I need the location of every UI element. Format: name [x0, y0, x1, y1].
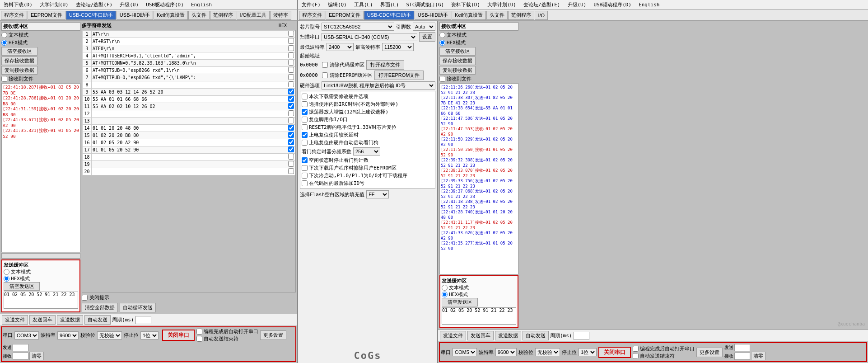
send-row-check-16[interactable] [288, 146, 294, 152]
right-recv-counter[interactable]: 21 [734, 353, 750, 360]
left-port-select[interactable]: COM3 [14, 331, 39, 339]
opt-5-check[interactable] [302, 132, 308, 138]
clear-eeprom-check[interactable] [322, 72, 328, 78]
send-row-input-16[interactable] [92, 147, 287, 153]
right-copy-recv-btn[interactable]: 复制接收数据 [439, 66, 476, 75]
send-row-check-2[interactable] [288, 45, 294, 51]
left-recv-counter[interactable]: 33 [13, 353, 28, 360]
right-text-mode-radio[interactable] [439, 32, 445, 38]
right-send-hex-radio[interactable] [442, 292, 448, 297]
left-send-counter[interactable]: 0 [13, 344, 28, 351]
toolbar-io-left[interactable]: I/O配置工具 [237, 11, 270, 20]
hardware-select[interactable]: Link1/U8W脱机 程序加密后传输 ID号 [322, 81, 435, 90]
right-send-counter[interactable]: 97 [734, 344, 750, 351]
right-prog-auto-check[interactable] [633, 346, 639, 352]
opt-3-check[interactable] [302, 117, 308, 123]
left-period-input[interactable]: 100 [135, 316, 151, 324]
menu-edit-right[interactable]: 编辑(Q) [324, 0, 350, 9]
open-eeprom-btn[interactable]: 打开EEPROM文件 [374, 71, 424, 80]
toolbar-example-left[interactable]: 范例程序 [210, 11, 236, 20]
send-row-input-11[interactable] [92, 111, 287, 117]
toolbar-io-right[interactable]: I/O [535, 11, 548, 20]
menu-english-left[interactable]: English [187, 1, 215, 9]
send-row-check-18[interactable] [288, 161, 294, 167]
toolbar-prog-file-left[interactable]: 程序文件 [1, 11, 27, 20]
send-row-check-8[interactable] [288, 89, 294, 94]
toolbar-baud-left[interactable]: 波特率 [270, 11, 291, 20]
right-auto-send-btn[interactable]: 自动发送 [523, 331, 549, 340]
send-row-check-10[interactable] [288, 103, 294, 109]
toolbar-header-right[interactable]: 头文件 [486, 11, 508, 20]
menu-usb-right[interactable]: USB驱动程序(D) [590, 0, 635, 9]
send-row-input-3[interactable] [92, 53, 287, 59]
left-send-text-radio[interactable] [4, 269, 9, 275]
send-row-check-17[interactable] [288, 154, 294, 160]
opt2-0-check[interactable] [302, 165, 308, 171]
toolbar-usb-hid-left[interactable]: USB-HID助手 [117, 11, 153, 20]
send-row-input-6[interactable] [92, 75, 287, 80]
left-auto-loop-btn[interactable]: 自动循环发送 [120, 303, 156, 312]
right-clear-send-btn[interactable]: 清空发送区 [442, 298, 478, 306]
send-row-check-5[interactable] [288, 67, 294, 73]
right-check-select[interactable]: 无校验 [535, 348, 560, 356]
send-row-input-0[interactable] [92, 31, 287, 37]
left-recv-scrollbar[interactable] [1, 253, 80, 259]
send-row-input-5[interactable] [92, 67, 287, 73]
toolbar-usb-hid-right[interactable]: USB-HID助手 [415, 11, 451, 20]
toolbar-eeprom-right[interactable]: EEPROM文件 [326, 11, 364, 20]
opt-1-check[interactable] [302, 101, 308, 107]
open-prog-btn[interactable]: 打开程序文件 [366, 60, 404, 70]
send-row-input-1[interactable] [92, 38, 287, 44]
left-send-return-btn[interactable]: 发送回车 [29, 315, 56, 325]
send-row-check-6[interactable] [288, 74, 294, 80]
right-send-file-btn[interactable]: 发送文件 [440, 331, 466, 340]
right-save-recv-btn[interactable]: 保存接收数据 [439, 57, 476, 65]
menu-stc-right[interactable]: STC调试接口(G) [403, 0, 448, 9]
left-copy-recv-btn[interactable]: 复制接收数据 [1, 66, 37, 75]
right-baud-select[interactable]: 9600 [495, 348, 517, 356]
left-save-recv-btn[interactable]: 保存接收数据 [1, 57, 37, 65]
send-row-input-9[interactable] [92, 96, 287, 102]
send-row-check-12[interactable] [288, 118, 294, 123]
min-baud-select[interactable]: 2400 [327, 43, 354, 51]
send-row-check-9[interactable] [288, 96, 294, 102]
opt-6-check[interactable] [302, 140, 308, 146]
opt-0-check[interactable] [302, 94, 308, 99]
left-prog-auto-check[interactable] [196, 329, 202, 335]
toolbar-prog-right[interactable]: 程序文件 [299, 11, 325, 20]
send-row-input-2[interactable] [92, 46, 287, 52]
send-row-check-3[interactable] [288, 52, 294, 58]
right-send-data-btn[interactable]: 发送数据 [495, 331, 521, 340]
left-baud-select[interactable]: 9600 [57, 331, 79, 339]
send-row-check-0[interactable] [288, 31, 294, 37]
toolbar-example-right[interactable]: 范例程序 [508, 11, 534, 20]
right-hex-mode-radio[interactable] [439, 40, 445, 46]
toolbar-header-left[interactable]: 头文件 [188, 11, 210, 20]
send-row-input-10[interactable] [92, 104, 287, 109]
settings-btn[interactable]: 设置 [419, 32, 435, 42]
send-row-input-8[interactable] [92, 89, 287, 95]
max-baud-select[interactable]: 115200 [382, 43, 414, 51]
send-row-check-11[interactable] [288, 110, 294, 116]
left-clear-recv-btn[interactable]: 清空接收区 [1, 47, 37, 56]
send-row-input-17[interactable] [92, 154, 287, 160]
opt2-1-check[interactable] [302, 173, 308, 179]
left-stop-select[interactable]: 1位 [140, 331, 159, 339]
left-send-textarea[interactable]: 01 02 05 20 52 91 21 22 23 [4, 292, 78, 309]
send-row-check-15[interactable] [288, 139, 294, 145]
left-more-settings-btn[interactable]: 更多设置 [260, 330, 286, 340]
opt-2-check[interactable] [302, 109, 308, 115]
right-clear-recv-btn[interactable]: 清空接收区 [439, 47, 476, 56]
menu-upg-right[interactable]: 升级(U) [564, 0, 590, 9]
left-open-port-btn[interactable]: 关闭串口 [162, 330, 195, 341]
menu-upgrade-left[interactable]: 升级(U) [116, 0, 142, 9]
left-send-data-btn[interactable]: 发送数据 [57, 315, 83, 325]
left-text-mode-radio[interactable] [1, 32, 7, 38]
wd-select[interactable]: 256 [353, 147, 380, 156]
menu-forum-right[interactable]: 去论坛/选型(E) [520, 0, 564, 9]
send-row-check-19[interactable] [288, 168, 294, 174]
right-send-text-radio[interactable] [442, 285, 448, 291]
toolbar-eeprom-left[interactable]: EEPROM文件 [28, 11, 65, 20]
toolbar-keil-right[interactable]: Keil仿真设置 [452, 11, 486, 20]
send-row-input-18[interactable] [92, 161, 287, 167]
